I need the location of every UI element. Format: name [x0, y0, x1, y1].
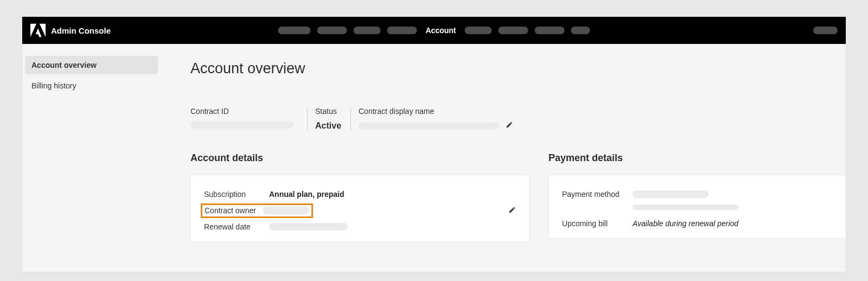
payment-method-value [633, 189, 709, 200]
sidebar-item-account-overview[interactable]: Account overview [25, 56, 158, 74]
sidebar-item-label: Account overview [31, 61, 97, 69]
edit-display-name-icon[interactable] [506, 121, 513, 131]
payment-details-card: Payment method Upcoming [548, 175, 846, 239]
adobe-logo-icon [30, 23, 46, 37]
upcoming-bill-row: Upcoming bill Available during renewal p… [562, 215, 833, 232]
sidebar: Account overview Billing history [22, 44, 161, 272]
topnav-right [813, 27, 838, 34]
subscription-row: Subscription Annual plan, prepaid [204, 186, 516, 202]
nav-item-account[interactable]: Account [424, 26, 458, 35]
nav-item-placeholder[interactable] [465, 27, 492, 34]
nav-item-placeholder[interactable] [317, 27, 347, 34]
upcoming-bill-value: Available during renewal period [633, 219, 738, 228]
account-details-column: Account details Subscription Annual plan… [190, 152, 529, 242]
contract-id-value-redacted [190, 121, 293, 129]
nav-item-placeholder[interactable] [354, 27, 381, 34]
app-window: Admin Console Account Account overview B… [22, 16, 846, 272]
nav-right-placeholder[interactable] [813, 27, 838, 34]
payment-method-redacted-2 [633, 205, 738, 210]
logo: Admin Console [30, 23, 111, 37]
main-content: Account overview Contract ID Status Acti… [161, 44, 846, 272]
body-area: Account overview Billing history Account… [22, 44, 846, 272]
renewal-date-redacted [269, 223, 348, 231]
payment-details-title: Payment details [548, 152, 846, 164]
subscription-value: Annual plan, prepaid [269, 190, 344, 199]
payment-method-row: Payment method [562, 186, 833, 202]
contract-owner-label: Contract owner [205, 206, 263, 215]
nav-item-placeholder[interactable] [387, 27, 417, 34]
page-title: Account overview [190, 60, 846, 77]
app-name: Admin Console [51, 26, 111, 35]
account-details-card: Subscription Annual plan, prepaid Contra… [190, 175, 529, 242]
renewal-date-label: Renewal date [204, 222, 269, 231]
nav-item-placeholder[interactable] [571, 27, 590, 34]
payment-method-label: Payment method [562, 190, 633, 199]
status-label: Status [315, 107, 340, 116]
topnav-center: Account [278, 26, 590, 35]
upcoming-bill-label: Upcoming bill [562, 219, 633, 228]
contract-owner-redacted [263, 207, 309, 214]
status-value: Active [315, 121, 340, 131]
payment-method-value-2 [633, 203, 738, 212]
renewal-date-value [269, 222, 348, 232]
svg-marker-2 [36, 28, 42, 37]
sidebar-item-label: Billing history [31, 81, 76, 90]
subscription-label: Subscription [204, 190, 269, 199]
payment-method-redacted [633, 190, 709, 198]
contract-display-name-value-redacted [359, 122, 499, 130]
contract-owner-row: Contract owner [201, 202, 516, 219]
contract-summary: Contract ID Status Active Contract displ… [190, 107, 846, 131]
renewal-date-row: Renewal date [204, 219, 516, 235]
topbar: Admin Console Account [22, 17, 846, 44]
nav-item-placeholder[interactable] [499, 27, 528, 34]
sidebar-item-billing-history[interactable]: Billing history [25, 76, 158, 95]
payment-details-column: Payment details Payment method [548, 152, 846, 239]
contract-id-label: Contract ID [190, 107, 296, 116]
contract-owner-value [263, 206, 309, 216]
nav-item-placeholder[interactable] [535, 27, 565, 34]
edit-contract-owner-icon[interactable] [508, 206, 516, 215]
contract-display-name-label: Contract display name [359, 107, 513, 116]
contract-owner-highlight: Contract owner [201, 203, 313, 218]
account-details-title: Account details [190, 152, 529, 164]
svg-marker-0 [30, 24, 36, 37]
detail-columns: Account details Subscription Annual plan… [190, 152, 846, 242]
payment-method-row-2 [562, 202, 833, 212]
nav-item-placeholder[interactable] [278, 27, 311, 34]
